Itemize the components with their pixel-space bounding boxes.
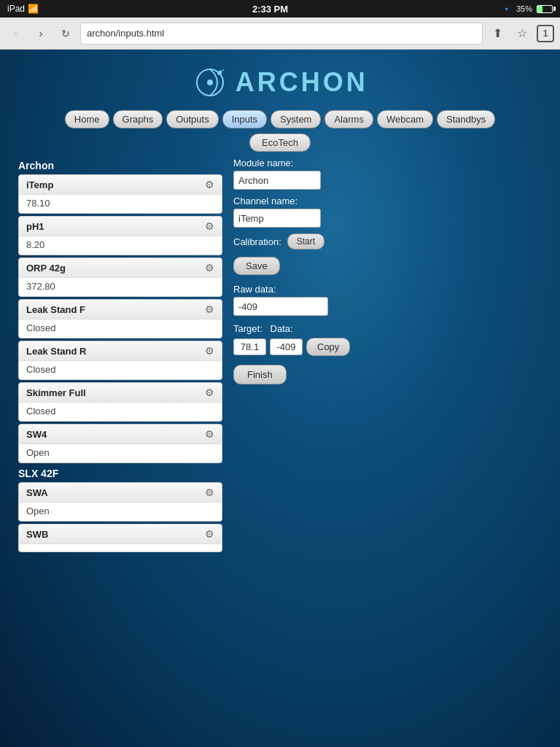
- ecotech-row: EcoTech: [11, 133, 549, 152]
- nav-outputs[interactable]: Outputs: [166, 110, 219, 128]
- gear-icon-swa[interactable]: ⚙: [205, 487, 214, 498]
- input-value-sw4: Open: [19, 444, 222, 462]
- nav-bar: Home Graphs Outputs Inputs System Alarms…: [11, 104, 549, 131]
- time-label: 2:33 PM: [252, 4, 288, 15]
- list-item: Leak Stand F ⚙ Closed: [18, 299, 222, 338]
- calibration-start-button[interactable]: Start: [287, 233, 324, 249]
- carrier-label: iPad: [7, 4, 25, 14]
- battery-pct-label: 35%: [516, 4, 532, 13]
- main-layout: Archon iTemp ⚙ 78.10 pH1 ⚙ 8.20 ORP 42g …: [11, 154, 549, 558]
- list-item: Skimmer Full ⚙ Closed: [18, 382, 222, 422]
- target-data-label: Target: Data:: [233, 323, 542, 334]
- input-value-swa: Open: [19, 503, 222, 521]
- gear-icon-leak-stand-r[interactable]: ⚙: [205, 345, 214, 357]
- input-value-ph1: 8.20: [19, 236, 222, 255]
- logo-text: ARCHON: [236, 67, 368, 97]
- input-name-ph1: pH1: [26, 221, 44, 232]
- list-item: SWB ⚙: [18, 524, 222, 552]
- input-name-orp42g: ORP 42g: [26, 263, 66, 274]
- logo-icon: [192, 64, 228, 101]
- input-name-skimmer-full: Skimmer Full: [26, 387, 86, 398]
- gear-icon-orp42g[interactable]: ⚙: [205, 262, 214, 274]
- copy-button[interactable]: Copy: [306, 338, 350, 356]
- url-bar[interactable]: archon/inputs.html: [80, 23, 483, 44]
- input-name-itemp: iTemp: [26, 179, 53, 190]
- nav-system[interactable]: System: [271, 110, 321, 128]
- browser-actions: ⬆ ☆ 1: [487, 23, 554, 44]
- logo-area: ARCHON: [11, 57, 549, 104]
- right-panel: Module name: Channel name: Calibration: …: [233, 158, 542, 554]
- status-left: iPad 📶: [7, 4, 39, 14]
- browser-bar: ‹ › ↻ archon/inputs.html ⬆ ☆ 1: [0, 18, 560, 50]
- input-value-orp42g: 372.80: [19, 278, 222, 296]
- section-archon-label: Archon: [18, 158, 222, 174]
- channel-name-input[interactable]: [233, 209, 321, 228]
- data-value: -409: [270, 338, 303, 355]
- section-slx-label: SLX 42F: [18, 465, 222, 482]
- nav-webcam[interactable]: Webcam: [377, 110, 433, 128]
- input-name-leak-stand-r: Leak Stand R: [26, 346, 86, 357]
- input-value-skimmer-full: Closed: [19, 403, 222, 421]
- svg-point-1: [207, 80, 213, 85]
- module-name-input[interactable]: [233, 171, 321, 190]
- gear-icon-leak-stand-f[interactable]: ⚙: [205, 303, 214, 315]
- channel-name-label: Channel name:: [233, 196, 542, 206]
- nav-ecotech[interactable]: EcoTech: [249, 133, 311, 152]
- gear-icon-swb[interactable]: ⚙: [205, 528, 214, 540]
- wifi-icon: 📶: [28, 4, 39, 14]
- page-content: ARCHON Home Graphs Outputs Inputs System…: [0, 50, 560, 565]
- tab-count[interactable]: 1: [537, 25, 554, 42]
- nav-standbys[interactable]: Standbys: [437, 110, 495, 128]
- nav-alarms[interactable]: Alarms: [324, 110, 373, 128]
- target-row: 78.1 -409 Copy: [233, 338, 542, 356]
- gear-icon-ph1[interactable]: ⚙: [205, 220, 214, 232]
- gear-icon-itemp[interactable]: ⚙: [205, 179, 214, 190]
- status-bar: iPad 📶 2:33 PM 🔹 35%: [0, 0, 560, 18]
- input-name-swb: SWB: [26, 529, 48, 540]
- gear-icon-skimmer-full[interactable]: ⚙: [205, 387, 214, 398]
- back-button[interactable]: ‹: [6, 23, 26, 44]
- raw-data-input[interactable]: [233, 297, 328, 316]
- finish-button[interactable]: Finish: [233, 365, 287, 384]
- left-panel: Archon iTemp ⚙ 78.10 pH1 ⚙ 8.20 ORP 42g …: [18, 158, 222, 554]
- list-item: Leak Stand R ⚙ Closed: [18, 341, 222, 380]
- svg-point-3: [220, 71, 222, 73]
- battery-icon: [537, 5, 553, 13]
- calibration-label: Calibration: Start: [233, 233, 542, 249]
- svg-point-4: [222, 69, 224, 71]
- nav-inputs[interactable]: Inputs: [222, 110, 267, 128]
- status-right: 🔹 35%: [502, 4, 553, 14]
- refresh-button[interactable]: ↻: [55, 23, 76, 44]
- bluetooth-icon: 🔹: [502, 4, 512, 14]
- module-name-label: Module name:: [233, 158, 542, 169]
- input-name-swa: SWA: [26, 487, 48, 498]
- input-name-leak-stand-f: Leak Stand F: [26, 304, 85, 315]
- input-name-sw4: SW4: [26, 429, 47, 440]
- target-value: 78.1: [233, 338, 266, 355]
- list-item: pH1 ⚙ 8.20: [18, 216, 222, 255]
- input-value-itemp: 78.10: [19, 195, 222, 213]
- forward-button[interactable]: ›: [31, 23, 51, 44]
- nav-home[interactable]: Home: [65, 110, 109, 128]
- bookmark-button[interactable]: ☆: [512, 23, 532, 44]
- save-button[interactable]: Save: [233, 257, 280, 275]
- nav-graphs[interactable]: Graphs: [113, 110, 163, 128]
- input-value-swb: [19, 544, 222, 551]
- input-value-leak-stand-f: Closed: [19, 320, 222, 338]
- list-item: iTemp ⚙ 78.10: [18, 174, 222, 214]
- share-button[interactable]: ⬆: [487, 23, 508, 44]
- gear-icon-sw4[interactable]: ⚙: [205, 428, 214, 440]
- list-item: SWA ⚙ Open: [18, 482, 222, 522]
- input-value-leak-stand-r: Closed: [19, 361, 222, 379]
- list-item: SW4 ⚙ Open: [18, 424, 222, 463]
- raw-data-label: Raw data:: [233, 284, 542, 295]
- list-item: ORP 42g ⚙ 372.80: [18, 258, 222, 297]
